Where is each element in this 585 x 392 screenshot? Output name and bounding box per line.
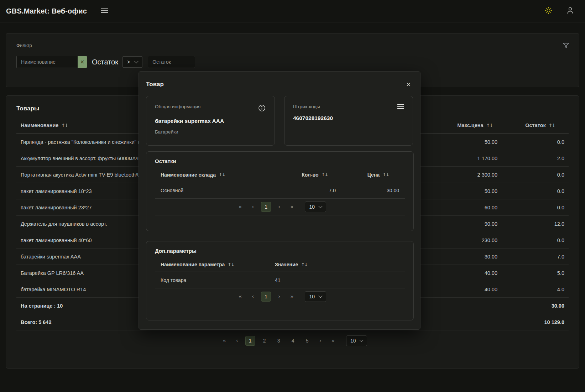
sort-icon: ↑↓ — [301, 262, 307, 267]
app-window: GBS.Market: Веб-офис — [0, 0, 585, 392]
page-size-value: 10 — [309, 294, 315, 299]
page-button-4[interactable]: 4 — [288, 336, 298, 346]
column-header-max-price[interactable]: Макс.цена ↑↓ — [448, 122, 502, 128]
prev-page-button[interactable]: ‹ — [247, 204, 259, 210]
name-filter-input[interactable] — [16, 56, 78, 68]
product-modal: Товар ✕ Общая информация батарейки super… — [139, 71, 421, 330]
next-page-button[interactable]: › — [273, 204, 285, 210]
prev-page-button[interactable]: ‹ — [231, 338, 243, 344]
funnel-icon — [562, 42, 570, 51]
params-table: Наименование параметра ↑↓ Значение ↑↓ Ко… — [155, 257, 405, 305]
sort-icon: ↑↓ — [549, 123, 555, 128]
clear-filter-button[interactable]: ✕ — [78, 56, 87, 68]
stocks-pagination: « ‹ 1 › » 10 — [155, 202, 405, 212]
general-info-card: Общая информация батарейки supermax AAA … — [146, 96, 275, 146]
chevron-down-icon — [360, 338, 364, 342]
column-header-qty[interactable]: Кол-во ↑↓ — [288, 172, 341, 178]
sort-icon: ↑↓ — [61, 123, 68, 128]
app-header: GBS.Market: Веб-офис — [0, 0, 585, 22]
page-size-value: 10 — [309, 204, 315, 210]
divider — [155, 215, 405, 215]
chevron-down-icon — [135, 59, 139, 63]
chevron-down-icon — [318, 294, 322, 298]
page-size-value: 10 — [350, 338, 356, 344]
menu-button[interactable] — [100, 7, 108, 15]
apply-filter-button[interactable] — [562, 42, 570, 51]
column-header-warehouse[interactable]: Наименование склада ↑↓ — [155, 172, 278, 178]
params-card: Доп.параметры Наименование параметра ↑↓ … — [146, 241, 414, 320]
next-page-button[interactable]: › — [273, 293, 285, 300]
filter-controls: ✕ Остаток > — [16, 56, 569, 68]
product-category: Батарейки — [155, 129, 266, 135]
prev-page-button[interactable]: ‹ — [247, 293, 259, 300]
stocks-card: Остатки Наименование склада ↑↓ Кол-во ↑↓… — [146, 151, 414, 231]
product-name: батарейки supermax AAA — [155, 118, 266, 124]
stock-filter-input[interactable] — [148, 56, 195, 68]
clear-icon: ✕ — [80, 59, 84, 65]
chevron-down-icon — [318, 204, 322, 208]
sort-icon: ↑↓ — [486, 123, 493, 128]
stocks-table: Наименование склада ↑↓ Кол-во ↑↓ Цена ↑↓… — [155, 168, 405, 215]
divider — [16, 330, 569, 330]
page-size-select[interactable]: 10 — [305, 202, 326, 212]
profile-button[interactable] — [566, 6, 575, 16]
page-button-1[interactable]: 1 — [261, 202, 271, 212]
last-page-button[interactable]: » — [327, 338, 340, 344]
theme-toggle-button[interactable] — [544, 6, 553, 16]
divider — [155, 288, 405, 288]
table-row[interactable]: Код товара 41 — [155, 272, 405, 288]
person-icon — [566, 6, 575, 16]
sort-icon: ↑↓ — [322, 172, 328, 177]
column-header-stock[interactable]: Остаток ↑↓ — [512, 122, 569, 128]
close-icon: ✕ — [406, 81, 411, 88]
last-page-button[interactable]: » — [285, 204, 298, 210]
modal-header: Товар ✕ — [146, 79, 413, 90]
next-page-button[interactable]: › — [314, 338, 327, 344]
close-modal-button[interactable]: ✕ — [404, 80, 413, 89]
name-filter-group: ✕ — [16, 56, 87, 68]
menu-icon[interactable] — [397, 104, 404, 111]
divider — [155, 198, 405, 199]
general-info-label: Общая информация — [155, 104, 200, 109]
column-header-price[interactable]: Цена ↑↓ — [351, 172, 405, 178]
barcodes-card: Штрих-коды 4607028192630 — [284, 96, 413, 146]
params-title: Доп.параметры — [155, 248, 405, 254]
last-page-button[interactable]: » — [285, 293, 298, 300]
modal-top-cards: Общая информация батарейки supermax AAA … — [146, 96, 413, 146]
params-pagination: « ‹ 1 › » 10 — [155, 291, 405, 302]
first-page-button[interactable]: « — [234, 204, 247, 210]
page-button-5[interactable]: 5 — [302, 336, 312, 346]
page-button-1[interactable]: 1 — [245, 336, 255, 346]
info-icon[interactable] — [258, 104, 266, 114]
column-header-param-name[interactable]: Наименование параметра ↑↓ — [155, 262, 275, 267]
stock-operator-value: > — [127, 59, 130, 65]
first-page-button[interactable]: « — [234, 293, 247, 300]
page-size-select[interactable]: 10 — [305, 291, 326, 302]
stock-filter-label: Остаток — [92, 58, 118, 66]
barcode-value: 4607028192630 — [293, 115, 404, 121]
hamburger-icon — [100, 7, 108, 15]
page-button-1[interactable]: 1 — [261, 292, 271, 302]
header-actions — [544, 6, 579, 16]
sun-icon — [544, 6, 553, 16]
sort-icon: ↑↓ — [382, 172, 389, 177]
page-button-3[interactable]: 3 — [274, 336, 284, 346]
stock-operator-select[interactable]: > — [122, 56, 142, 68]
table-row[interactable]: Основной 7.0 30.00 — [155, 182, 405, 198]
first-page-button[interactable]: « — [218, 338, 231, 344]
column-header-param-value[interactable]: Значение ↑↓ — [275, 262, 405, 267]
divider — [155, 305, 405, 305]
stocks-title: Остатки — [155, 158, 405, 164]
sort-icon: ↑↓ — [219, 172, 225, 177]
sort-icon: ↑↓ — [228, 262, 234, 267]
modal-title: Товар — [146, 81, 164, 88]
barcodes-label: Штрих-коды — [293, 104, 320, 109]
page-button-2[interactable]: 2 — [260, 336, 270, 346]
products-pagination: « ‹ 1 2 3 4 5 › » 10 — [16, 335, 569, 346]
app-title: GBS.Market: Веб-офис — [6, 7, 87, 15]
filter-title: Фильтр — [16, 43, 569, 48]
page-size-select[interactable]: 10 — [346, 335, 367, 346]
